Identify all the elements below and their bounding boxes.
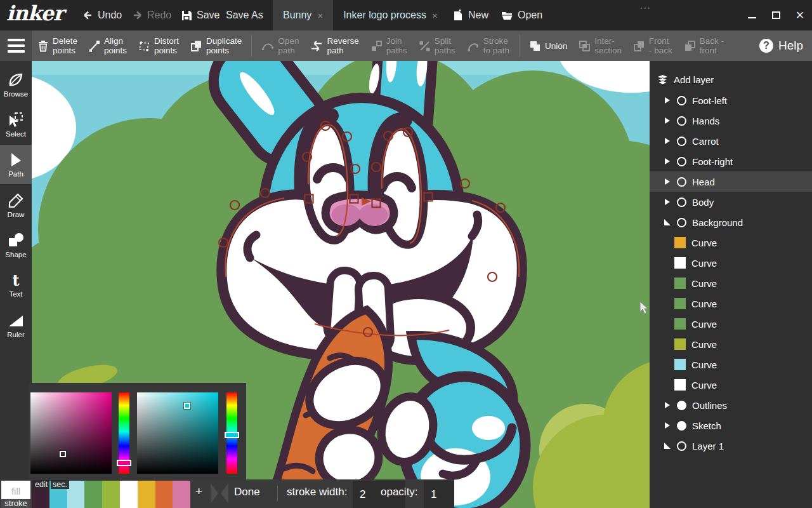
layer-circle-icon[interactable] bbox=[677, 157, 686, 166]
curve-color-swatch[interactable] bbox=[674, 257, 686, 269]
palette-swatch[interactable] bbox=[173, 481, 190, 508]
save-as-button[interactable]: Save As bbox=[226, 0, 263, 30]
tool-select[interactable]: Select bbox=[0, 105, 32, 144]
add-layer-button[interactable]: Add layer bbox=[650, 61, 812, 90]
hamburger-menu-button[interactable] bbox=[0, 30, 32, 61]
curve-color-swatch[interactable] bbox=[674, 359, 686, 370]
curve-color-swatch[interactable] bbox=[674, 379, 686, 391]
done-button[interactable]: Done bbox=[234, 486, 260, 498]
layer-row-body[interactable]: Body bbox=[650, 192, 812, 212]
add-swatch-button[interactable]: + bbox=[195, 485, 202, 498]
expander-icon[interactable] bbox=[664, 401, 671, 409]
tool-shape[interactable]: Shape bbox=[0, 225, 32, 265]
layer-circle-icon[interactable] bbox=[677, 116, 686, 126]
hue-slider-primary[interactable] bbox=[119, 392, 129, 474]
reverse-path-button[interactable]: Reversepath bbox=[304, 30, 364, 61]
expander-icon[interactable] bbox=[664, 97, 671, 104]
hue-cursor[interactable] bbox=[225, 432, 239, 438]
expander-expanded-icon[interactable] bbox=[664, 442, 671, 450]
overflow-menu-icon[interactable]: ⋯ bbox=[639, 1, 651, 15]
open-path-button[interactable]: Openpath bbox=[256, 30, 304, 61]
palette-swatch[interactable] bbox=[102, 481, 120, 508]
intersection-button[interactable]: Inter-section bbox=[573, 30, 627, 61]
palette-swatch[interactable] bbox=[84, 481, 102, 508]
layer-circle-icon[interactable] bbox=[677, 197, 686, 207]
tab-bunny[interactable]: Bunny × bbox=[273, 0, 333, 30]
align-points-button[interactable]: Alignpoints bbox=[83, 30, 133, 61]
maximize-button[interactable] bbox=[769, 8, 783, 22]
distort-points-button[interactable]: Distortpoints bbox=[133, 30, 185, 61]
back-front-button[interactable]: Back -front bbox=[678, 30, 730, 61]
layer-row-sketch[interactable]: Sketch bbox=[650, 415, 812, 436]
help-button[interactable]: ? Help bbox=[759, 39, 803, 53]
opacity-input[interactable]: 1 bbox=[424, 481, 454, 508]
save-button[interactable]: Save bbox=[181, 0, 219, 30]
union-button[interactable]: Union bbox=[523, 30, 573, 61]
stroke-color-chip[interactable]: stroke bbox=[1, 499, 30, 508]
layer-row-head[interactable]: Head bbox=[650, 171, 812, 192]
layer-circle-icon[interactable] bbox=[677, 96, 686, 105]
layer-circle-icon[interactable] bbox=[677, 218, 686, 227]
delete-points-button[interactable]: Deletepoints bbox=[32, 30, 83, 61]
curve-color-swatch[interactable] bbox=[674, 338, 686, 350]
curve-color-swatch[interactable] bbox=[674, 318, 686, 330]
tool-path[interactable]: Path bbox=[0, 145, 32, 184]
tab-inker-logo-process[interactable]: Inker logo process × bbox=[333, 0, 448, 30]
stroke-to-path-button[interactable]: Stroketo path bbox=[461, 30, 515, 61]
hue-slider-secondary[interactable] bbox=[226, 392, 237, 474]
layer-circle-icon[interactable] bbox=[677, 177, 686, 187]
open-file-button[interactable]: Open bbox=[501, 0, 542, 30]
undo-button[interactable]: Undo bbox=[82, 0, 122, 30]
tool-browse[interactable]: Browse bbox=[0, 65, 32, 104]
layer-row-outlines[interactable]: Outlines bbox=[650, 395, 812, 415]
layer-row-curve[interactable]: Curve bbox=[650, 314, 812, 334]
sv-cursor[interactable] bbox=[184, 403, 190, 409]
layer-row-background[interactable]: Background bbox=[650, 212, 812, 232]
expander-icon[interactable] bbox=[664, 137, 671, 145]
palette-swatch[interactable] bbox=[138, 481, 155, 508]
layer-row-layer-1[interactable]: Layer 1 bbox=[650, 436, 812, 456]
tool-draw[interactable]: Draw bbox=[0, 185, 32, 225]
redo-button[interactable]: Redo bbox=[132, 0, 171, 30]
tab-close-icon[interactable]: × bbox=[317, 10, 323, 21]
split-paths-button[interactable]: Splitpaths bbox=[413, 30, 461, 61]
hue-cursor[interactable] bbox=[117, 460, 131, 466]
layer-row-curve[interactable]: Curve bbox=[650, 232, 812, 253]
layer-row-curve[interactable]: Curve bbox=[650, 354, 812, 375]
tool-ruler[interactable]: Ruler bbox=[0, 305, 32, 345]
expander-icon[interactable] bbox=[664, 117, 671, 124]
duplicate-points-button[interactable]: Duplicatepoints bbox=[185, 30, 247, 61]
layer-circle-icon[interactable] bbox=[677, 441, 686, 451]
expander-expanded-icon[interactable] bbox=[664, 218, 671, 226]
fill-stroke-widget[interactable]: fill stroke bbox=[0, 479, 32, 508]
expander-icon[interactable] bbox=[664, 422, 671, 429]
saturation-value-square-secondary[interactable] bbox=[137, 392, 218, 474]
close-button[interactable]: × bbox=[793, 8, 807, 22]
layer-circle-icon[interactable] bbox=[677, 137, 686, 146]
expander-icon[interactable] bbox=[664, 157, 671, 165]
expander-icon[interactable] bbox=[664, 178, 671, 185]
palette-swatch[interactable] bbox=[120, 481, 138, 508]
new-file-button[interactable]: New bbox=[453, 0, 488, 30]
tool-text[interactable]: t Text bbox=[0, 265, 32, 305]
layer-row-curve[interactable]: Curve bbox=[650, 375, 812, 395]
palette-swatch[interactable] bbox=[155, 481, 173, 508]
palette-swatch[interactable] bbox=[67, 481, 85, 508]
front-back-button[interactable]: Front- back bbox=[627, 30, 678, 61]
layer-row-foot-right[interactable]: Foot-right bbox=[650, 151, 812, 171]
layer-circle-icon[interactable] bbox=[677, 401, 686, 410]
mirror-icon[interactable] bbox=[210, 482, 229, 505]
layer-row-curve[interactable]: Curve bbox=[650, 334, 812, 354]
layer-row-curve[interactable]: Curve bbox=[650, 253, 812, 273]
curve-color-swatch[interactable] bbox=[674, 237, 686, 248]
minimize-button[interactable] bbox=[745, 8, 759, 22]
layer-row-curve[interactable]: Curve bbox=[650, 273, 812, 293]
join-paths-button[interactable]: Joinpaths bbox=[365, 30, 413, 61]
layer-row-carrot[interactable]: Carrot bbox=[650, 131, 812, 151]
saturation-value-square-primary[interactable] bbox=[30, 392, 112, 474]
expander-icon[interactable] bbox=[664, 198, 671, 206]
layer-row-foot-left[interactable]: Foot-left bbox=[650, 90, 812, 110]
layer-circle-icon[interactable] bbox=[677, 421, 686, 431]
curve-color-swatch[interactable] bbox=[674, 298, 686, 309]
tab-close-icon[interactable]: × bbox=[432, 10, 438, 21]
